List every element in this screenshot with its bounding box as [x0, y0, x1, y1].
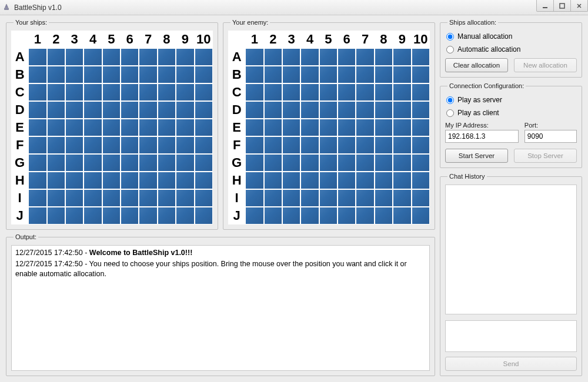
grid-cell[interactable]: [282, 119, 300, 136]
grid-cell[interactable]: [393, 119, 411, 136]
grid-cell[interactable]: [176, 136, 194, 154]
grid-cell[interactable]: [195, 207, 213, 224]
grid-cell[interactable]: [412, 48, 430, 66]
grid-cell[interactable]: [102, 119, 121, 136]
grid-cell[interactable]: [83, 66, 102, 83]
grid-cell[interactable]: [319, 48, 338, 66]
grid-cell[interactable]: [195, 66, 213, 83]
grid-cell[interactable]: [356, 154, 374, 172]
grid-cell[interactable]: [139, 66, 157, 83]
grid-cell[interactable]: [300, 119, 319, 136]
grid-cell[interactable]: [47, 119, 65, 136]
clear-allocation-button[interactable]: Clear allocation: [445, 58, 508, 72]
grid-cell[interactable]: [121, 172, 139, 189]
enemy-grid[interactable]: 12345678910ABCDEFGHIJ: [228, 31, 430, 224]
grid-cell[interactable]: [393, 189, 411, 207]
grid-cell[interactable]: [139, 172, 157, 189]
grid-cell[interactable]: [282, 136, 300, 154]
close-button[interactable]: [570, 0, 588, 12]
grid-cell[interactable]: [47, 101, 65, 119]
play-as-server-radio[interactable]: [446, 96, 454, 104]
grid-cell[interactable]: [121, 66, 139, 83]
grid-cell[interactable]: [264, 136, 282, 154]
grid-cell[interactable]: [356, 83, 374, 101]
grid-cell[interactable]: [245, 189, 263, 207]
grid-cell[interactable]: [195, 48, 213, 66]
grid-cell[interactable]: [102, 83, 121, 101]
grid-cell[interactable]: [245, 207, 263, 224]
grid-cell[interactable]: [375, 119, 393, 136]
grid-cell[interactable]: [47, 189, 65, 207]
play-as-client-radio[interactable]: [446, 109, 454, 117]
grid-cell[interactable]: [65, 172, 83, 189]
grid-cell[interactable]: [176, 207, 194, 224]
automatic-allocation-radio[interactable]: [446, 46, 454, 53]
grid-cell[interactable]: [319, 136, 338, 154]
grid-cell[interactable]: [47, 172, 65, 189]
grid-cell[interactable]: [375, 48, 393, 66]
grid-cell[interactable]: [176, 66, 194, 83]
grid-cell[interactable]: [158, 48, 176, 66]
grid-cell[interactable]: [158, 207, 176, 224]
grid-cell[interactable]: [393, 136, 411, 154]
grid-cell[interactable]: [121, 154, 139, 172]
grid-cell[interactable]: [393, 172, 411, 189]
grid-cell[interactable]: [412, 136, 430, 154]
grid-cell[interactable]: [245, 48, 263, 66]
grid-cell[interactable]: [195, 189, 213, 207]
grid-cell[interactable]: [195, 136, 213, 154]
stop-server-button[interactable]: Stop Server: [514, 149, 577, 163]
grid-cell[interactable]: [83, 101, 102, 119]
grid-cell[interactable]: [245, 119, 263, 136]
grid-cell[interactable]: [264, 172, 282, 189]
grid-cell[interactable]: [264, 83, 282, 101]
grid-cell[interactable]: [158, 83, 176, 101]
grid-cell[interactable]: [47, 48, 65, 66]
grid-cell[interactable]: [319, 83, 338, 101]
grid-cell[interactable]: [158, 66, 176, 83]
grid-cell[interactable]: [139, 189, 157, 207]
grid-cell[interactable]: [319, 172, 338, 189]
grid-cell[interactable]: [139, 136, 157, 154]
grid-cell[interactable]: [102, 101, 121, 119]
grid-cell[interactable]: [264, 66, 282, 83]
grid-cell[interactable]: [47, 66, 65, 83]
grid-cell[interactable]: [300, 83, 319, 101]
grid-cell[interactable]: [300, 136, 319, 154]
grid-cell[interactable]: [65, 207, 83, 224]
grid-cell[interactable]: [338, 83, 356, 101]
grid-cell[interactable]: [412, 83, 430, 101]
grid-cell[interactable]: [412, 172, 430, 189]
grid-cell[interactable]: [393, 101, 411, 119]
grid-cell[interactable]: [338, 172, 356, 189]
grid-cell[interactable]: [195, 172, 213, 189]
start-server-button[interactable]: Start Server: [445, 149, 508, 163]
grid-cell[interactable]: [338, 101, 356, 119]
grid-cell[interactable]: [47, 207, 65, 224]
play-as-client-radio-row[interactable]: Play as client: [446, 109, 577, 117]
grid-cell[interactable]: [121, 136, 139, 154]
maximize-button[interactable]: [553, 0, 571, 12]
grid-cell[interactable]: [102, 66, 121, 83]
grid-cell[interactable]: [121, 101, 139, 119]
grid-cell[interactable]: [28, 207, 46, 224]
grid-cell[interactable]: [28, 101, 46, 119]
grid-cell[interactable]: [356, 172, 374, 189]
grid-cell[interactable]: [264, 48, 282, 66]
grid-cell[interactable]: [338, 119, 356, 136]
grid-cell[interactable]: [176, 48, 194, 66]
your-ships-grid[interactable]: 12345678910ABCDEFGHIJ: [11, 31, 213, 224]
grid-cell[interactable]: [139, 207, 157, 224]
grid-cell[interactable]: [121, 83, 139, 101]
grid-cell[interactable]: [393, 154, 411, 172]
play-as-server-radio-row[interactable]: Play as server: [446, 96, 577, 104]
grid-cell[interactable]: [195, 119, 213, 136]
grid-cell[interactable]: [102, 154, 121, 172]
grid-cell[interactable]: [282, 172, 300, 189]
grid-cell[interactable]: [245, 154, 263, 172]
grid-cell[interactable]: [375, 207, 393, 224]
grid-cell[interactable]: [375, 172, 393, 189]
grid-cell[interactable]: [300, 154, 319, 172]
grid-cell[interactable]: [176, 172, 194, 189]
grid-cell[interactable]: [102, 172, 121, 189]
